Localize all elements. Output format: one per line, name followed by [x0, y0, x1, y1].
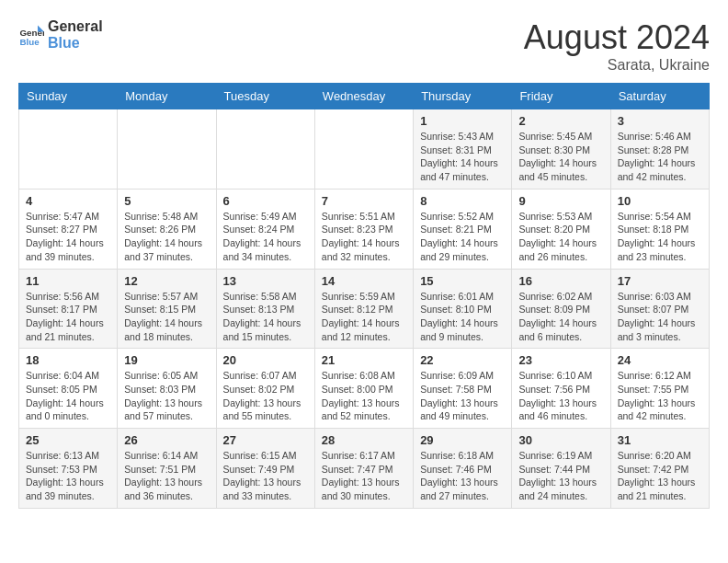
day-info: Sunrise: 6:15 AM Sunset: 7:49 PM Dayligh… — [223, 449, 308, 503]
calendar-cell — [19, 109, 118, 190]
weekday-header-tuesday: Tuesday — [216, 84, 314, 109]
svg-text:Blue: Blue — [19, 37, 40, 47]
weekday-header-monday: Monday — [118, 84, 216, 109]
logo: General Blue General Blue — [18, 18, 103, 52]
calendar-cell: 11Sunrise: 5:56 AM Sunset: 8:17 PM Dayli… — [19, 269, 118, 349]
calendar-cell: 18Sunrise: 6:04 AM Sunset: 8:05 PM Dayli… — [19, 349, 118, 429]
calendar-cell: 15Sunrise: 6:01 AM Sunset: 8:10 PM Dayli… — [414, 269, 512, 349]
day-info: Sunrise: 6:12 AM Sunset: 7:55 PM Dayligh… — [618, 369, 702, 423]
day-number: 27 — [223, 433, 308, 447]
calendar-cell: 7Sunrise: 5:51 AM Sunset: 8:23 PM Daylig… — [314, 189, 413, 269]
calendar-cell: 19Sunrise: 6:05 AM Sunset: 8:03 PM Dayli… — [118, 349, 216, 429]
day-info: Sunrise: 5:57 AM Sunset: 8:15 PM Dayligh… — [124, 290, 209, 344]
calendar-week-2: 4Sunrise: 5:47 AM Sunset: 8:27 PM Daylig… — [19, 189, 710, 269]
calendar-cell: 1Sunrise: 5:43 AM Sunset: 8:31 PM Daylig… — [414, 109, 512, 190]
day-info: Sunrise: 6:17 AM Sunset: 7:47 PM Dayligh… — [322, 449, 406, 503]
day-number: 3 — [618, 114, 702, 128]
calendar-cell: 12Sunrise: 5:57 AM Sunset: 8:15 PM Dayli… — [118, 269, 216, 349]
day-info: Sunrise: 5:52 AM Sunset: 8:21 PM Dayligh… — [420, 210, 505, 264]
day-number: 26 — [124, 433, 209, 447]
calendar-cell: 14Sunrise: 5:59 AM Sunset: 8:12 PM Dayli… — [314, 269, 413, 349]
calendar-cell: 31Sunrise: 6:20 AM Sunset: 7:42 PM Dayli… — [610, 429, 709, 509]
calendar-cell: 20Sunrise: 6:07 AM Sunset: 8:02 PM Dayli… — [216, 349, 314, 429]
calendar-body: 1Sunrise: 5:43 AM Sunset: 8:31 PM Daylig… — [19, 109, 710, 509]
calendar-cell: 26Sunrise: 6:14 AM Sunset: 7:51 PM Dayli… — [118, 429, 216, 509]
logo-blue: Blue — [48, 35, 103, 52]
calendar-cell: 28Sunrise: 6:17 AM Sunset: 7:47 PM Dayli… — [314, 429, 413, 509]
calendar-cell: 21Sunrise: 6:08 AM Sunset: 8:00 PM Dayli… — [314, 349, 413, 429]
day-info: Sunrise: 5:47 AM Sunset: 8:27 PM Dayligh… — [26, 210, 110, 264]
day-info: Sunrise: 5:51 AM Sunset: 8:23 PM Dayligh… — [322, 210, 406, 264]
day-number: 23 — [518, 353, 603, 367]
weekday-header-thursday: Thursday — [414, 84, 512, 109]
calendar-cell: 25Sunrise: 6:13 AM Sunset: 7:53 PM Dayli… — [19, 429, 118, 509]
day-info: Sunrise: 6:04 AM Sunset: 8:05 PM Dayligh… — [26, 369, 110, 423]
month-year: August 2024 — [524, 18, 710, 57]
weekday-header-row: SundayMondayTuesdayWednesdayThursdayFrid… — [19, 84, 710, 109]
day-info: Sunrise: 5:58 AM Sunset: 8:13 PM Dayligh… — [223, 290, 308, 344]
day-number: 10 — [618, 194, 702, 208]
day-number: 5 — [124, 194, 209, 208]
day-number: 31 — [618, 433, 702, 447]
day-info: Sunrise: 5:49 AM Sunset: 8:24 PM Dayligh… — [223, 210, 308, 264]
day-number: 1 — [420, 114, 505, 128]
title-block: August 2024 Sarata, Ukraine — [524, 18, 710, 74]
day-info: Sunrise: 5:45 AM Sunset: 8:30 PM Dayligh… — [518, 130, 603, 184]
day-number: 14 — [322, 274, 406, 288]
day-info: Sunrise: 6:14 AM Sunset: 7:51 PM Dayligh… — [124, 449, 209, 503]
calendar-cell: 10Sunrise: 5:54 AM Sunset: 8:18 PM Dayli… — [610, 189, 709, 269]
day-info: Sunrise: 6:01 AM Sunset: 8:10 PM Dayligh… — [420, 290, 505, 344]
calendar-cell — [314, 109, 413, 190]
calendar-cell: 16Sunrise: 6:02 AM Sunset: 8:09 PM Dayli… — [512, 269, 610, 349]
calendar-week-4: 18Sunrise: 6:04 AM Sunset: 8:05 PM Dayli… — [19, 349, 710, 429]
day-info: Sunrise: 6:20 AM Sunset: 7:42 PM Dayligh… — [618, 449, 702, 503]
calendar-cell: 29Sunrise: 6:18 AM Sunset: 7:46 PM Dayli… — [414, 429, 512, 509]
calendar-cell: 6Sunrise: 5:49 AM Sunset: 8:24 PM Daylig… — [216, 189, 314, 269]
calendar-cell: 4Sunrise: 5:47 AM Sunset: 8:27 PM Daylig… — [19, 189, 118, 269]
day-info: Sunrise: 6:10 AM Sunset: 7:56 PM Dayligh… — [518, 369, 603, 423]
day-info: Sunrise: 6:13 AM Sunset: 7:53 PM Dayligh… — [26, 449, 110, 503]
calendar-cell: 2Sunrise: 5:45 AM Sunset: 8:30 PM Daylig… — [512, 109, 610, 190]
day-info: Sunrise: 6:07 AM Sunset: 8:02 PM Dayligh… — [223, 369, 308, 423]
day-number: 6 — [223, 194, 308, 208]
day-number: 9 — [518, 194, 603, 208]
day-info: Sunrise: 6:19 AM Sunset: 7:44 PM Dayligh… — [518, 449, 603, 503]
page-header: General Blue General Blue August 2024 Sa… — [18, 18, 710, 74]
calendar-week-5: 25Sunrise: 6:13 AM Sunset: 7:53 PM Dayli… — [19, 429, 710, 509]
calendar-week-3: 11Sunrise: 5:56 AM Sunset: 8:17 PM Dayli… — [19, 269, 710, 349]
calendar-week-1: 1Sunrise: 5:43 AM Sunset: 8:31 PM Daylig… — [19, 109, 710, 190]
day-number: 2 — [518, 114, 603, 128]
day-info: Sunrise: 6:05 AM Sunset: 8:03 PM Dayligh… — [124, 369, 209, 423]
calendar-cell: 8Sunrise: 5:52 AM Sunset: 8:21 PM Daylig… — [414, 189, 512, 269]
calendar-cell: 3Sunrise: 5:46 AM Sunset: 8:28 PM Daylig… — [610, 109, 709, 190]
calendar-cell: 22Sunrise: 6:09 AM Sunset: 7:58 PM Dayli… — [414, 349, 512, 429]
day-number: 7 — [322, 194, 406, 208]
day-info: Sunrise: 6:08 AM Sunset: 8:00 PM Dayligh… — [322, 369, 406, 423]
calendar-cell — [216, 109, 314, 190]
day-number: 25 — [26, 433, 110, 447]
day-number: 13 — [223, 274, 308, 288]
day-number: 15 — [420, 274, 505, 288]
day-info: Sunrise: 6:03 AM Sunset: 8:07 PM Dayligh… — [618, 290, 702, 344]
calendar-cell — [118, 109, 216, 190]
day-info: Sunrise: 5:59 AM Sunset: 8:12 PM Dayligh… — [322, 290, 406, 344]
calendar-cell: 23Sunrise: 6:10 AM Sunset: 7:56 PM Dayli… — [512, 349, 610, 429]
day-number: 24 — [618, 353, 702, 367]
weekday-header-friday: Friday — [512, 84, 610, 109]
day-number: 12 — [124, 274, 209, 288]
day-info: Sunrise: 6:09 AM Sunset: 7:58 PM Dayligh… — [420, 369, 505, 423]
day-info: Sunrise: 6:18 AM Sunset: 7:46 PM Dayligh… — [420, 449, 505, 503]
day-number: 17 — [618, 274, 702, 288]
location: Sarata, Ukraine — [524, 57, 710, 74]
calendar-cell: 30Sunrise: 6:19 AM Sunset: 7:44 PM Dayli… — [512, 429, 610, 509]
calendar-cell: 27Sunrise: 6:15 AM Sunset: 7:49 PM Dayli… — [216, 429, 314, 509]
calendar-cell: 9Sunrise: 5:53 AM Sunset: 8:20 PM Daylig… — [512, 189, 610, 269]
day-number: 4 — [26, 194, 110, 208]
day-number: 19 — [124, 353, 209, 367]
day-info: Sunrise: 5:43 AM Sunset: 8:31 PM Dayligh… — [420, 130, 505, 184]
logo-icon: General Blue — [18, 22, 44, 48]
day-info: Sunrise: 5:46 AM Sunset: 8:28 PM Dayligh… — [618, 130, 702, 184]
day-number: 11 — [26, 274, 110, 288]
calendar-cell: 24Sunrise: 6:12 AM Sunset: 7:55 PM Dayli… — [610, 349, 709, 429]
day-info: Sunrise: 6:02 AM Sunset: 8:09 PM Dayligh… — [518, 290, 603, 344]
